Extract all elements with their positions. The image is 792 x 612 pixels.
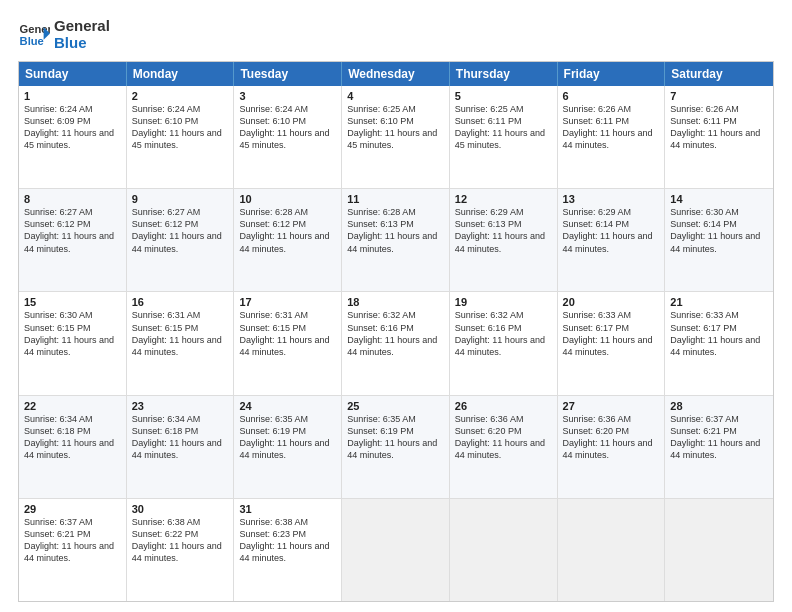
day-number: 31 [239,503,336,515]
sunrise-label: Sunrise: 6:35 AM [347,414,416,424]
sunset-label: Sunset: 6:12 PM [24,219,91,229]
sunrise-label: Sunrise: 6:29 AM [455,207,524,217]
day-number: 10 [239,193,336,205]
day-number: 19 [455,296,552,308]
day-cell-28: 28 Sunrise: 6:37 AM Sunset: 6:21 PM Dayl… [665,396,773,498]
sunrise-label: Sunrise: 6:30 AM [670,207,739,217]
day-number: 28 [670,400,768,412]
daylight-label: Daylight: 11 hours and 44 minutes. [670,128,760,150]
sunset-label: Sunset: 6:18 PM [24,426,91,436]
sunrise-label: Sunrise: 6:33 AM [670,310,739,320]
cell-info: Sunrise: 6:38 AM Sunset: 6:22 PM Dayligh… [132,516,229,565]
daylight-label: Daylight: 11 hours and 44 minutes. [670,438,760,460]
sunrise-label: Sunrise: 6:28 AM [239,207,308,217]
sunrise-label: Sunrise: 6:32 AM [347,310,416,320]
cell-info: Sunrise: 6:36 AM Sunset: 6:20 PM Dayligh… [563,413,660,462]
sunset-label: Sunset: 6:22 PM [132,529,199,539]
daylight-label: Daylight: 11 hours and 44 minutes. [24,438,114,460]
day-cell-18: 18 Sunrise: 6:32 AM Sunset: 6:16 PM Dayl… [342,292,450,394]
daylight-label: Daylight: 11 hours and 44 minutes. [670,231,760,253]
daylight-label: Daylight: 11 hours and 44 minutes. [455,231,545,253]
day-cell-25: 25 Sunrise: 6:35 AM Sunset: 6:19 PM Dayl… [342,396,450,498]
daylight-label: Daylight: 11 hours and 45 minutes. [239,128,329,150]
day-cell-23: 23 Sunrise: 6:34 AM Sunset: 6:18 PM Dayl… [127,396,235,498]
empty-cell [558,499,666,601]
cell-info: Sunrise: 6:34 AM Sunset: 6:18 PM Dayligh… [24,413,121,462]
day-number: 9 [132,193,229,205]
day-number: 18 [347,296,444,308]
sunset-label: Sunset: 6:11 PM [455,116,522,126]
daylight-label: Daylight: 11 hours and 44 minutes. [563,335,653,357]
cell-info: Sunrise: 6:31 AM Sunset: 6:15 PM Dayligh… [132,309,229,358]
daylight-label: Daylight: 11 hours and 44 minutes. [239,335,329,357]
day-cell-17: 17 Sunrise: 6:31 AM Sunset: 6:15 PM Dayl… [234,292,342,394]
cell-info: Sunrise: 6:32 AM Sunset: 6:16 PM Dayligh… [347,309,444,358]
cell-info: Sunrise: 6:30 AM Sunset: 6:14 PM Dayligh… [670,206,768,255]
day-cell-5: 5 Sunrise: 6:25 AM Sunset: 6:11 PM Dayli… [450,86,558,188]
cell-info: Sunrise: 6:29 AM Sunset: 6:14 PM Dayligh… [563,206,660,255]
svg-text:Blue: Blue [20,34,44,46]
cell-info: Sunrise: 6:27 AM Sunset: 6:12 PM Dayligh… [24,206,121,255]
sunset-label: Sunset: 6:20 PM [563,426,630,436]
cell-info: Sunrise: 6:37 AM Sunset: 6:21 PM Dayligh… [670,413,768,462]
day-cell-26: 26 Sunrise: 6:36 AM Sunset: 6:20 PM Dayl… [450,396,558,498]
sunrise-label: Sunrise: 6:34 AM [24,414,93,424]
day-number: 11 [347,193,444,205]
sunrise-label: Sunrise: 6:25 AM [455,104,524,114]
sunset-label: Sunset: 6:10 PM [347,116,414,126]
daylight-label: Daylight: 11 hours and 44 minutes. [239,438,329,460]
day-cell-31: 31 Sunrise: 6:38 AM Sunset: 6:23 PM Dayl… [234,499,342,601]
cell-info: Sunrise: 6:33 AM Sunset: 6:17 PM Dayligh… [563,309,660,358]
sunrise-label: Sunrise: 6:29 AM [563,207,632,217]
day-number: 30 [132,503,229,515]
cell-info: Sunrise: 6:33 AM Sunset: 6:17 PM Dayligh… [670,309,768,358]
daylight-label: Daylight: 11 hours and 44 minutes. [347,335,437,357]
day-number: 26 [455,400,552,412]
daylight-label: Daylight: 11 hours and 44 minutes. [563,438,653,460]
cell-info: Sunrise: 6:24 AM Sunset: 6:10 PM Dayligh… [239,103,336,152]
day-cell-10: 10 Sunrise: 6:28 AM Sunset: 6:12 PM Dayl… [234,189,342,291]
day-number: 24 [239,400,336,412]
day-cell-13: 13 Sunrise: 6:29 AM Sunset: 6:14 PM Dayl… [558,189,666,291]
logo-blue: Blue [54,35,110,52]
sunset-label: Sunset: 6:12 PM [239,219,306,229]
sunrise-label: Sunrise: 6:38 AM [239,517,308,527]
sunset-label: Sunset: 6:12 PM [132,219,199,229]
cell-info: Sunrise: 6:27 AM Sunset: 6:12 PM Dayligh… [132,206,229,255]
cell-info: Sunrise: 6:35 AM Sunset: 6:19 PM Dayligh… [239,413,336,462]
day-cell-20: 20 Sunrise: 6:33 AM Sunset: 6:17 PM Dayl… [558,292,666,394]
empty-cell [342,499,450,601]
calendar: SundayMondayTuesdayWednesdayThursdayFrid… [18,61,774,602]
sunrise-label: Sunrise: 6:27 AM [24,207,93,217]
day-number: 13 [563,193,660,205]
day-number: 14 [670,193,768,205]
header-day-wednesday: Wednesday [342,62,450,86]
day-number: 12 [455,193,552,205]
day-number: 27 [563,400,660,412]
day-number: 4 [347,90,444,102]
sunrise-label: Sunrise: 6:31 AM [132,310,201,320]
day-number: 1 [24,90,121,102]
cell-info: Sunrise: 6:25 AM Sunset: 6:11 PM Dayligh… [455,103,552,152]
day-cell-11: 11 Sunrise: 6:28 AM Sunset: 6:13 PM Dayl… [342,189,450,291]
header-day-thursday: Thursday [450,62,558,86]
day-cell-19: 19 Sunrise: 6:32 AM Sunset: 6:16 PM Dayl… [450,292,558,394]
day-number: 29 [24,503,121,515]
cell-info: Sunrise: 6:37 AM Sunset: 6:21 PM Dayligh… [24,516,121,565]
sunset-label: Sunset: 6:11 PM [563,116,630,126]
logo-icon: General Blue [18,19,50,51]
sunset-label: Sunset: 6:16 PM [347,323,414,333]
sunrise-label: Sunrise: 6:34 AM [132,414,201,424]
day-cell-24: 24 Sunrise: 6:35 AM Sunset: 6:19 PM Dayl… [234,396,342,498]
sunrise-label: Sunrise: 6:36 AM [455,414,524,424]
daylight-label: Daylight: 11 hours and 44 minutes. [347,231,437,253]
cell-info: Sunrise: 6:36 AM Sunset: 6:20 PM Dayligh… [455,413,552,462]
sunset-label: Sunset: 6:20 PM [455,426,522,436]
daylight-label: Daylight: 11 hours and 45 minutes. [455,128,545,150]
cell-info: Sunrise: 6:28 AM Sunset: 6:12 PM Dayligh… [239,206,336,255]
sunrise-label: Sunrise: 6:28 AM [347,207,416,217]
sunrise-label: Sunrise: 6:27 AM [132,207,201,217]
day-number: 17 [239,296,336,308]
sunrise-label: Sunrise: 6:38 AM [132,517,201,527]
sunset-label: Sunset: 6:15 PM [239,323,306,333]
